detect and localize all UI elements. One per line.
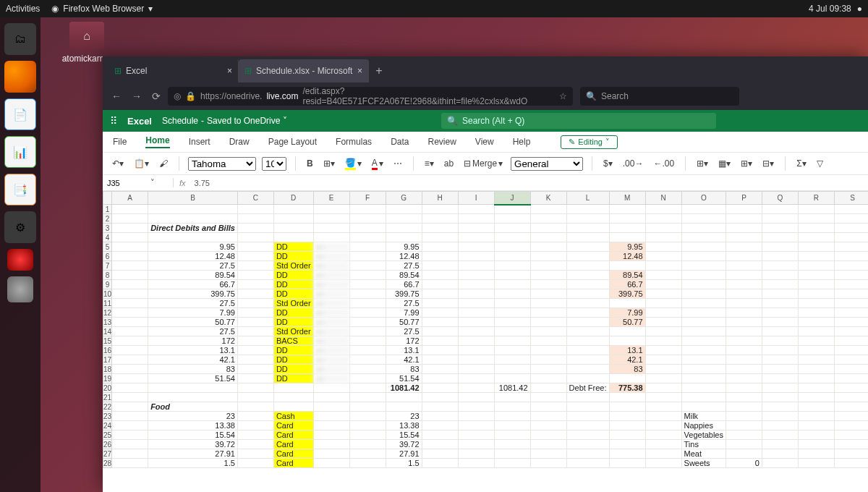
cell-K2[interactable] [530,214,566,224]
cell-G8[interactable]: 89.54 [386,271,422,280]
cell-I16[interactable] [458,346,494,355]
cell-C22[interactable] [237,402,273,412]
cell-M19[interactable] [609,374,645,383]
row-header-19[interactable]: 19 [103,374,112,383]
row-header-22[interactable]: 22 [103,402,112,412]
cell-H22[interactable] [422,402,458,412]
cell-L16[interactable] [566,346,609,355]
col-header-M[interactable]: M [609,192,645,205]
cell-F23[interactable] [349,412,386,421]
cell-C12[interactable] [237,308,273,318]
cell-S14[interactable] [834,327,868,336]
cell-S16[interactable] [834,346,868,355]
cell-D2[interactable] [273,214,313,224]
cell-H17[interactable] [422,355,458,365]
lo-writer-icon[interactable]: 📄 [4,98,36,130]
col-header-Q[interactable]: Q [762,192,798,205]
cell-E3[interactable] [313,224,349,233]
cell-L15[interactable] [566,336,609,346]
firefox-app-icon[interactable] [4,61,36,93]
cell-G22[interactable] [386,402,422,412]
cell-N12[interactable] [645,308,681,318]
cell-P14[interactable] [726,327,762,336]
cell-I12[interactable] [458,308,494,318]
cell-I6[interactable] [458,252,494,261]
cell-H5[interactable] [422,242,458,252]
cell-A8[interactable] [112,271,148,280]
cell-S10[interactable] [834,289,868,299]
cell-A12[interactable] [112,308,148,318]
cell-C8[interactable] [237,271,273,280]
cell-A13[interactable] [112,318,148,327]
cell-A28[interactable] [112,459,148,468]
cell-N8[interactable] [645,271,681,280]
cell-L17[interactable] [566,355,609,365]
cell-J5[interactable] [494,242,530,252]
cell-H19[interactable] [422,374,458,383]
cell-O23[interactable]: Milk [681,412,726,421]
cell-L8[interactable] [566,271,609,280]
cell-J19[interactable] [494,374,530,383]
cell-J9[interactable] [494,280,530,289]
app-menu[interactable]: ◉ Firefox Web Browser ▾ [51,4,153,14]
cell-N15[interactable] [645,336,681,346]
merge-button[interactable]: ⊟ Merge▾ [461,157,505,170]
cell-S2[interactable] [834,214,868,224]
cell-H12[interactable] [422,308,458,318]
col-header-N[interactable]: N [645,192,681,205]
cell-M17[interactable]: 42.1 [609,355,645,365]
cell-J13[interactable] [494,318,530,327]
cell-I2[interactable] [458,214,494,224]
cell-O18[interactable] [681,365,726,374]
cell-H2[interactable] [422,214,458,224]
cell-N28[interactable] [645,459,681,468]
cell-N20[interactable] [645,383,681,393]
cell-S3[interactable] [834,224,868,233]
cell-Q2[interactable] [762,214,798,224]
cell-G17[interactable]: 42.1 [386,355,422,365]
cell-K16[interactable] [530,346,566,355]
cell-C7[interactable] [237,261,273,271]
cell-L3[interactable] [566,224,609,233]
cell-L28[interactable] [566,459,609,468]
cell-O4[interactable] [681,233,726,242]
cell-C27[interactable] [237,449,273,459]
cell-N3[interactable] [645,224,681,233]
cell-Q20[interactable] [762,383,798,393]
cell-O28[interactable]: Sweets [681,459,726,468]
cell-E2[interactable] [313,214,349,224]
cell-J16[interactable] [494,346,530,355]
cell-E14[interactable]: — [313,327,349,336]
cell-B9[interactable]: 66.7 [148,280,238,289]
cell-H14[interactable] [422,327,458,336]
cell-H20[interactable] [422,383,458,393]
cell-J10[interactable] [494,289,530,299]
cell-R1[interactable] [798,205,834,214]
cell-L22[interactable] [566,402,609,412]
undo-button[interactable]: ↶▾ [110,157,126,170]
cell-Q7[interactable] [762,261,798,271]
cell-M27[interactable] [609,449,645,459]
cell-F8[interactable] [349,271,386,280]
cell-J8[interactable] [494,271,530,280]
cell-I26[interactable] [458,440,494,449]
activities-button[interactable]: Activities [6,4,40,14]
cell-K7[interactable] [530,261,566,271]
cell-N26[interactable] [645,440,681,449]
tab-excel[interactable]: ⊞ Excel × [109,59,239,82]
cell-B6[interactable]: 12.48 [148,252,238,261]
decimal-inc-button[interactable]: ←.00 [651,157,676,170]
cell-Q1[interactable] [762,205,798,214]
cell-E26[interactable] [313,440,349,449]
reload-button[interactable]: ⟳ [152,90,161,102]
cell-Q15[interactable] [762,336,798,346]
row-header-11[interactable]: 11 [103,299,112,308]
cell-P2[interactable] [726,214,762,224]
cell-M28[interactable] [609,459,645,468]
cell-G27[interactable]: 27.91 [386,449,422,459]
cell-L9[interactable] [566,280,609,289]
cell-L10[interactable] [566,289,609,299]
cell-Q10[interactable] [762,289,798,299]
cell-F26[interactable] [349,440,386,449]
cell-B17[interactable]: 42.1 [148,355,238,365]
